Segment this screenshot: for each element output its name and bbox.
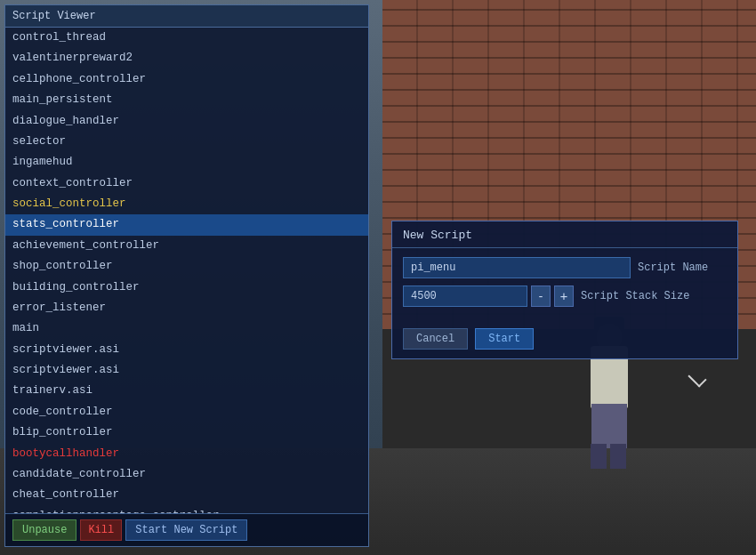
script-name-label: Script Name (638, 261, 727, 274)
stack-size-controls: - + (403, 286, 574, 307)
char-leg-left (591, 444, 607, 469)
kill-button[interactable]: Kill (80, 519, 122, 541)
stack-size-increment[interactable]: + (554, 286, 574, 307)
script-list-item[interactable]: control_thread (5, 28, 368, 48)
script-name-input[interactable] (403, 257, 631, 278)
stack-size-row: - + Script Stack Size (403, 286, 727, 307)
script-viewer-title: Script Viewer (5, 5, 368, 28)
start-button[interactable]: Start (475, 328, 534, 350)
script-list-item[interactable]: social_controller (5, 194, 368, 214)
script-list-item[interactable]: main (5, 318, 368, 339)
cancel-button[interactable]: Cancel (403, 328, 468, 350)
script-list-item[interactable]: scriptviewer.asi (5, 340, 368, 360)
script-list-item[interactable]: shop_controller (5, 256, 368, 277)
script-list-item[interactable]: scriptviewer.asi (5, 360, 368, 381)
script-list-item[interactable]: main_persistent (5, 90, 368, 110)
script-list-item[interactable]: context_controller (5, 173, 368, 194)
script-list-item[interactable]: error_listener (5, 298, 368, 318)
char-leg-right (610, 444, 626, 469)
script-name-row: Script Name (403, 257, 727, 278)
script-list-item[interactable]: stats_controller (5, 214, 368, 235)
script-list-item[interactable]: dialogue_handler (5, 111, 368, 132)
stack-size-decrement[interactable]: - (531, 286, 551, 307)
script-list-item[interactable]: blip_controller (5, 422, 368, 443)
new-script-dialog-footer: Cancel Start (392, 323, 737, 358)
script-viewer-panel: Script Viewer control_threadvalentinerpr… (4, 4, 369, 547)
script-list-item[interactable]: completionpercentage_controller (5, 506, 368, 513)
script-list-item[interactable]: code_controller (5, 402, 368, 422)
new-script-dialog-title: New Script (392, 221, 737, 248)
script-list-item[interactable]: trainerv.asi (5, 381, 368, 401)
script-list-item[interactable]: candidate_controller (5, 464, 368, 485)
script-list-item[interactable]: cellphone_controller (5, 69, 368, 90)
script-list-item[interactable]: valentinerpreward2 (5, 48, 368, 68)
unpause-button[interactable]: Unpause (12, 519, 76, 541)
script-list-item[interactable]: ingamehud (5, 152, 368, 173)
char-pants (591, 404, 627, 448)
script-list-item[interactable]: bootycallhandler (5, 444, 368, 464)
stack-size-label: Script Stack Size (581, 290, 689, 302)
new-script-dialog: New Script Script Name - + Script Stack … (391, 221, 738, 359)
script-viewer-footer: Unpause Kill Start New Script (5, 513, 368, 546)
stack-size-input[interactable] (403, 286, 527, 307)
start-new-script-button[interactable]: Start New Script (125, 519, 247, 541)
script-list-item[interactable]: selector (5, 132, 368, 152)
new-script-dialog-body: Script Name - + Script Stack Size (392, 248, 737, 323)
script-list-item[interactable]: achievement_controller (5, 236, 368, 256)
script-list-item[interactable]: building_controller (5, 278, 368, 298)
script-list-item[interactable]: cheat_controller (5, 485, 368, 505)
script-list[interactable]: control_threadvalentinerpreward2cellphon… (5, 28, 368, 513)
